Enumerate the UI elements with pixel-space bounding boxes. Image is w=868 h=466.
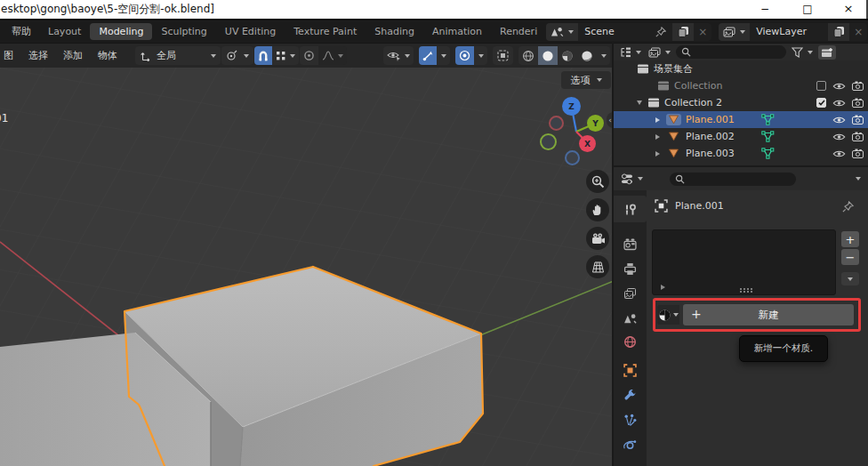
tab-tool[interactable] xyxy=(623,203,637,217)
window-minimize-button[interactable]: − xyxy=(750,0,780,19)
show-overlays-toggle[interactable] xyxy=(455,46,474,65)
scene-new-copy-button[interactable] xyxy=(672,23,694,41)
transform-orientation-dropdown[interactable]: 全局 xyxy=(135,46,221,65)
outliner-row-scene-collection[interactable]: 场景集合 xyxy=(614,60,868,77)
tab-modifiers[interactable] xyxy=(623,388,637,402)
collection-include-checkbox[interactable] xyxy=(816,98,826,108)
breadcrumb-object-name[interactable]: Plane.001 xyxy=(675,200,724,212)
material-slot-list[interactable] xyxy=(652,229,836,295)
shading-wireframe-button[interactable] xyxy=(518,46,538,65)
show-hide-dropdown[interactable] xyxy=(383,46,414,65)
viewport-zoom-button[interactable] xyxy=(586,170,609,193)
snap-toggle-button[interactable] xyxy=(254,46,272,65)
menu-object[interactable]: 物体 xyxy=(91,45,125,66)
viewport-3d[interactable]: 01 选项 Z Y X ‹ xyxy=(0,68,614,466)
remove-material-slot-button[interactable]: − xyxy=(841,249,859,265)
tab-animation[interactable]: Animation xyxy=(423,23,491,40)
outliner-editor-type-button[interactable] xyxy=(618,46,643,59)
tab-rendering[interactable]: Renderi xyxy=(491,23,546,40)
tab-particles[interactable] xyxy=(623,413,637,427)
window-maximize-button[interactable]: □ xyxy=(792,0,823,19)
new-material-button[interactable]: + 新建 xyxy=(683,304,854,325)
menu-select[interactable]: 选择 xyxy=(21,45,55,66)
tab-layout[interactable]: Layout xyxy=(39,23,90,40)
properties-editor-type-button[interactable] xyxy=(619,173,645,186)
shading-material-button[interactable] xyxy=(558,46,577,65)
eye-icon[interactable] xyxy=(832,82,846,91)
material-specials-dropdown[interactable] xyxy=(841,272,859,285)
shading-rendered-button[interactable] xyxy=(577,46,597,65)
tab-output[interactable] xyxy=(623,261,637,276)
camera-visibility-icon[interactable] xyxy=(852,149,864,158)
eye-icon[interactable] xyxy=(832,116,846,125)
menu-help[interactable]: 帮助 xyxy=(4,22,39,41)
view-layer-browse-button[interactable] xyxy=(719,23,750,41)
outliner-row-plane-003[interactable]: Plane.003 xyxy=(614,145,868,162)
menu-add[interactable]: 添加 xyxy=(56,45,90,66)
scene-unlink-button[interactable]: × xyxy=(694,26,711,38)
expand-triangle-icon[interactable] xyxy=(655,134,660,140)
expand-triangle-icon[interactable] xyxy=(655,151,660,157)
outliner-row-collection-2[interactable]: Collection 2 xyxy=(614,94,868,111)
viewport-move-button[interactable] xyxy=(586,198,609,221)
snap-target-dropdown[interactable] xyxy=(272,46,299,65)
tab-scene[interactable] xyxy=(623,311,637,325)
expand-triangle-icon[interactable] xyxy=(655,117,660,123)
outliner-row-plane-002[interactable]: Plane.002 xyxy=(614,128,868,145)
proportional-edit-toggle[interactable] xyxy=(300,46,318,65)
show-gizmo-toggle[interactable] xyxy=(419,46,437,65)
tab-render[interactable] xyxy=(623,237,637,251)
add-material-slot-button[interactable]: + xyxy=(841,231,859,247)
outliner-display-mode-button[interactable] xyxy=(647,46,672,59)
overlays-dropdown[interactable] xyxy=(474,46,487,65)
outliner-search-input[interactable] xyxy=(676,45,786,59)
xray-toggle[interactable] xyxy=(493,46,513,65)
view-layer-name-field[interactable]: ViewLayer xyxy=(750,23,828,41)
gizmo-axis-x[interactable]: X xyxy=(579,135,596,152)
pivot-point-dropdown[interactable] xyxy=(221,46,253,65)
shading-dropdown[interactable] xyxy=(597,46,610,65)
new-collection-button[interactable] xyxy=(818,45,836,60)
browse-material-button[interactable] xyxy=(657,305,679,325)
view-layer-remove-button[interactable]: × xyxy=(849,26,867,38)
tab-texture-paint[interactable]: Texture Paint xyxy=(285,23,366,40)
properties-options-dropdown[interactable] xyxy=(850,176,863,181)
tab-sculpting[interactable]: Sculpting xyxy=(152,23,215,40)
viewport-camera-button[interactable] xyxy=(586,227,609,250)
tab-view-layer[interactable] xyxy=(623,286,637,301)
window-close-button[interactable]: × xyxy=(833,0,864,19)
gizmo-axis-y-neg[interactable] xyxy=(540,133,557,150)
tab-shading[interactable]: Shading xyxy=(366,23,423,40)
camera-visibility-icon[interactable] xyxy=(852,81,864,91)
gizmo-axis-x-neg[interactable] xyxy=(549,116,564,131)
shading-solid-button[interactable] xyxy=(538,46,558,65)
gizmo-axis-z[interactable]: Z xyxy=(562,97,581,116)
eye-icon[interactable] xyxy=(832,99,846,108)
eye-icon[interactable] xyxy=(832,133,846,141)
tab-object[interactable] xyxy=(623,363,637,377)
menu-view[interactable]: 图 xyxy=(2,45,20,66)
gizmo-axis-y[interactable]: Y xyxy=(587,115,604,132)
camera-visibility-icon[interactable] xyxy=(852,132,864,141)
scene-name-field[interactable]: Scene xyxy=(578,23,672,41)
tab-uv-editing[interactable]: UV Editing xyxy=(216,23,285,40)
gizmo-axis-z-neg[interactable] xyxy=(565,150,580,165)
outliner-row-collection[interactable]: Collection xyxy=(614,77,868,94)
grip-dots-icon[interactable] xyxy=(740,288,742,290)
proportional-falloff-dropdown[interactable] xyxy=(318,46,347,65)
tab-physics[interactable] xyxy=(623,438,637,452)
view-layer-copy-button[interactable] xyxy=(828,23,849,41)
eye-icon[interactable] xyxy=(832,149,846,158)
tab-modeling[interactable]: Modeling xyxy=(90,23,152,40)
collection-exclude-checkbox[interactable] xyxy=(816,81,826,91)
outliner-filter-button[interactable] xyxy=(790,46,815,59)
viewport-ortho-toggle-button[interactable] xyxy=(586,255,609,278)
pin-icon[interactable] xyxy=(655,27,666,37)
scene-browse-button[interactable] xyxy=(546,23,578,41)
collapse-triangle-icon[interactable] xyxy=(637,100,642,105)
camera-visibility-icon[interactable] xyxy=(852,98,864,108)
gizmo-dropdown[interactable] xyxy=(437,46,450,65)
pin-icon[interactable] xyxy=(842,201,854,213)
viewport-options-button[interactable]: 选项 xyxy=(561,71,611,89)
outliner-row-plane-001[interactable]: Plane.001 xyxy=(614,111,868,128)
